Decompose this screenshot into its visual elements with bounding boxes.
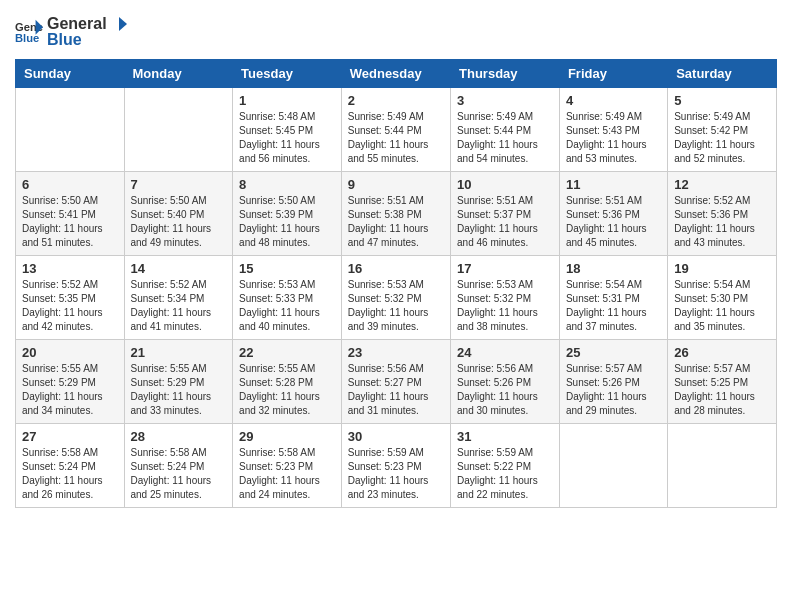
page-header: General Blue General Blue	[15, 15, 777, 49]
day-number: 10	[457, 177, 553, 192]
day-number: 13	[22, 261, 118, 276]
day-number: 5	[674, 93, 770, 108]
day-number: 27	[22, 429, 118, 444]
weekday-header-sunday: Sunday	[16, 60, 125, 88]
day-info: Sunrise: 5:50 AM Sunset: 5:41 PM Dayligh…	[22, 194, 118, 250]
calendar-cell: 1Sunrise: 5:48 AM Sunset: 5:45 PM Daylig…	[233, 88, 342, 172]
calendar-cell: 28Sunrise: 5:58 AM Sunset: 5:24 PM Dayli…	[124, 424, 233, 508]
day-number: 31	[457, 429, 553, 444]
calendar-week-row: 20Sunrise: 5:55 AM Sunset: 5:29 PM Dayli…	[16, 340, 777, 424]
calendar-week-row: 13Sunrise: 5:52 AM Sunset: 5:35 PM Dayli…	[16, 256, 777, 340]
day-info: Sunrise: 5:53 AM Sunset: 5:33 PM Dayligh…	[239, 278, 335, 334]
day-info: Sunrise: 5:48 AM Sunset: 5:45 PM Dayligh…	[239, 110, 335, 166]
day-info: Sunrise: 5:50 AM Sunset: 5:40 PM Dayligh…	[131, 194, 227, 250]
calendar-cell: 25Sunrise: 5:57 AM Sunset: 5:26 PM Dayli…	[559, 340, 667, 424]
day-number: 18	[566, 261, 661, 276]
calendar-cell: 16Sunrise: 5:53 AM Sunset: 5:32 PM Dayli…	[341, 256, 450, 340]
day-info: Sunrise: 5:56 AM Sunset: 5:26 PM Dayligh…	[457, 362, 553, 418]
calendar-cell	[16, 88, 125, 172]
day-number: 11	[566, 177, 661, 192]
day-info: Sunrise: 5:58 AM Sunset: 5:24 PM Dayligh…	[131, 446, 227, 502]
day-number: 7	[131, 177, 227, 192]
weekday-header-friday: Friday	[559, 60, 667, 88]
day-info: Sunrise: 5:52 AM Sunset: 5:35 PM Dayligh…	[22, 278, 118, 334]
day-number: 21	[131, 345, 227, 360]
calendar-cell: 20Sunrise: 5:55 AM Sunset: 5:29 PM Dayli…	[16, 340, 125, 424]
calendar-table: SundayMondayTuesdayWednesdayThursdayFrid…	[15, 59, 777, 508]
day-info: Sunrise: 5:54 AM Sunset: 5:31 PM Dayligh…	[566, 278, 661, 334]
day-info: Sunrise: 5:50 AM Sunset: 5:39 PM Dayligh…	[239, 194, 335, 250]
weekday-header-monday: Monday	[124, 60, 233, 88]
logo-icon: General Blue	[15, 18, 43, 46]
day-info: Sunrise: 5:57 AM Sunset: 5:25 PM Dayligh…	[674, 362, 770, 418]
day-info: Sunrise: 5:58 AM Sunset: 5:24 PM Dayligh…	[22, 446, 118, 502]
day-info: Sunrise: 5:59 AM Sunset: 5:23 PM Dayligh…	[348, 446, 444, 502]
calendar-cell: 11Sunrise: 5:51 AM Sunset: 5:36 PM Dayli…	[559, 172, 667, 256]
day-number: 24	[457, 345, 553, 360]
day-info: Sunrise: 5:52 AM Sunset: 5:36 PM Dayligh…	[674, 194, 770, 250]
day-info: Sunrise: 5:53 AM Sunset: 5:32 PM Dayligh…	[457, 278, 553, 334]
day-info: Sunrise: 5:55 AM Sunset: 5:29 PM Dayligh…	[22, 362, 118, 418]
calendar-cell	[668, 424, 777, 508]
day-number: 19	[674, 261, 770, 276]
day-number: 25	[566, 345, 661, 360]
day-number: 3	[457, 93, 553, 108]
logo: General Blue General Blue	[15, 15, 127, 49]
day-number: 6	[22, 177, 118, 192]
day-number: 9	[348, 177, 444, 192]
day-number: 30	[348, 429, 444, 444]
logo-text-blue: Blue	[47, 31, 127, 49]
day-info: Sunrise: 5:55 AM Sunset: 5:29 PM Dayligh…	[131, 362, 227, 418]
calendar-cell: 6Sunrise: 5:50 AM Sunset: 5:41 PM Daylig…	[16, 172, 125, 256]
calendar-header-row: SundayMondayTuesdayWednesdayThursdayFrid…	[16, 60, 777, 88]
calendar-week-row: 1Sunrise: 5:48 AM Sunset: 5:45 PM Daylig…	[16, 88, 777, 172]
weekday-header-tuesday: Tuesday	[233, 60, 342, 88]
day-info: Sunrise: 5:52 AM Sunset: 5:34 PM Dayligh…	[131, 278, 227, 334]
calendar-cell: 23Sunrise: 5:56 AM Sunset: 5:27 PM Dayli…	[341, 340, 450, 424]
svg-marker-3	[119, 17, 127, 31]
calendar-cell: 19Sunrise: 5:54 AM Sunset: 5:30 PM Dayli…	[668, 256, 777, 340]
day-number: 4	[566, 93, 661, 108]
calendar-cell: 24Sunrise: 5:56 AM Sunset: 5:26 PM Dayli…	[451, 340, 560, 424]
calendar-cell: 3Sunrise: 5:49 AM Sunset: 5:44 PM Daylig…	[451, 88, 560, 172]
calendar-cell: 10Sunrise: 5:51 AM Sunset: 5:37 PM Dayli…	[451, 172, 560, 256]
day-number: 23	[348, 345, 444, 360]
day-info: Sunrise: 5:49 AM Sunset: 5:43 PM Dayligh…	[566, 110, 661, 166]
calendar-week-row: 27Sunrise: 5:58 AM Sunset: 5:24 PM Dayli…	[16, 424, 777, 508]
day-number: 22	[239, 345, 335, 360]
day-info: Sunrise: 5:53 AM Sunset: 5:32 PM Dayligh…	[348, 278, 444, 334]
calendar-cell	[559, 424, 667, 508]
day-number: 14	[131, 261, 227, 276]
day-number: 8	[239, 177, 335, 192]
day-number: 29	[239, 429, 335, 444]
calendar-cell: 13Sunrise: 5:52 AM Sunset: 5:35 PM Dayli…	[16, 256, 125, 340]
calendar-cell: 14Sunrise: 5:52 AM Sunset: 5:34 PM Dayli…	[124, 256, 233, 340]
logo-chevron-icon	[109, 15, 127, 33]
calendar-cell: 22Sunrise: 5:55 AM Sunset: 5:28 PM Dayli…	[233, 340, 342, 424]
day-number: 20	[22, 345, 118, 360]
calendar-week-row: 6Sunrise: 5:50 AM Sunset: 5:41 PM Daylig…	[16, 172, 777, 256]
calendar-cell: 18Sunrise: 5:54 AM Sunset: 5:31 PM Dayli…	[559, 256, 667, 340]
day-info: Sunrise: 5:54 AM Sunset: 5:30 PM Dayligh…	[674, 278, 770, 334]
day-number: 28	[131, 429, 227, 444]
day-info: Sunrise: 5:51 AM Sunset: 5:38 PM Dayligh…	[348, 194, 444, 250]
calendar-cell: 8Sunrise: 5:50 AM Sunset: 5:39 PM Daylig…	[233, 172, 342, 256]
calendar-cell: 21Sunrise: 5:55 AM Sunset: 5:29 PM Dayli…	[124, 340, 233, 424]
weekday-header-wednesday: Wednesday	[341, 60, 450, 88]
day-number: 17	[457, 261, 553, 276]
day-info: Sunrise: 5:56 AM Sunset: 5:27 PM Dayligh…	[348, 362, 444, 418]
day-number: 16	[348, 261, 444, 276]
calendar-cell	[124, 88, 233, 172]
calendar-cell: 12Sunrise: 5:52 AM Sunset: 5:36 PM Dayli…	[668, 172, 777, 256]
calendar-cell: 2Sunrise: 5:49 AM Sunset: 5:44 PM Daylig…	[341, 88, 450, 172]
calendar-cell: 30Sunrise: 5:59 AM Sunset: 5:23 PM Dayli…	[341, 424, 450, 508]
calendar-cell: 17Sunrise: 5:53 AM Sunset: 5:32 PM Dayli…	[451, 256, 560, 340]
day-number: 12	[674, 177, 770, 192]
calendar-cell: 31Sunrise: 5:59 AM Sunset: 5:22 PM Dayli…	[451, 424, 560, 508]
day-number: 1	[239, 93, 335, 108]
day-info: Sunrise: 5:49 AM Sunset: 5:44 PM Dayligh…	[348, 110, 444, 166]
calendar-cell: 9Sunrise: 5:51 AM Sunset: 5:38 PM Daylig…	[341, 172, 450, 256]
day-info: Sunrise: 5:51 AM Sunset: 5:36 PM Dayligh…	[566, 194, 661, 250]
day-info: Sunrise: 5:58 AM Sunset: 5:23 PM Dayligh…	[239, 446, 335, 502]
day-info: Sunrise: 5:59 AM Sunset: 5:22 PM Dayligh…	[457, 446, 553, 502]
